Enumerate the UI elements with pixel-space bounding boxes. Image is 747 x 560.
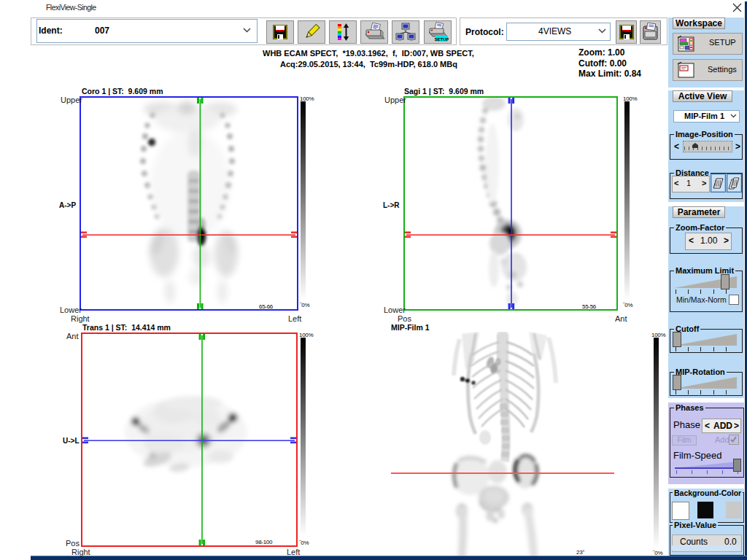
svg-text:SETUP: SETUP (434, 37, 449, 42)
